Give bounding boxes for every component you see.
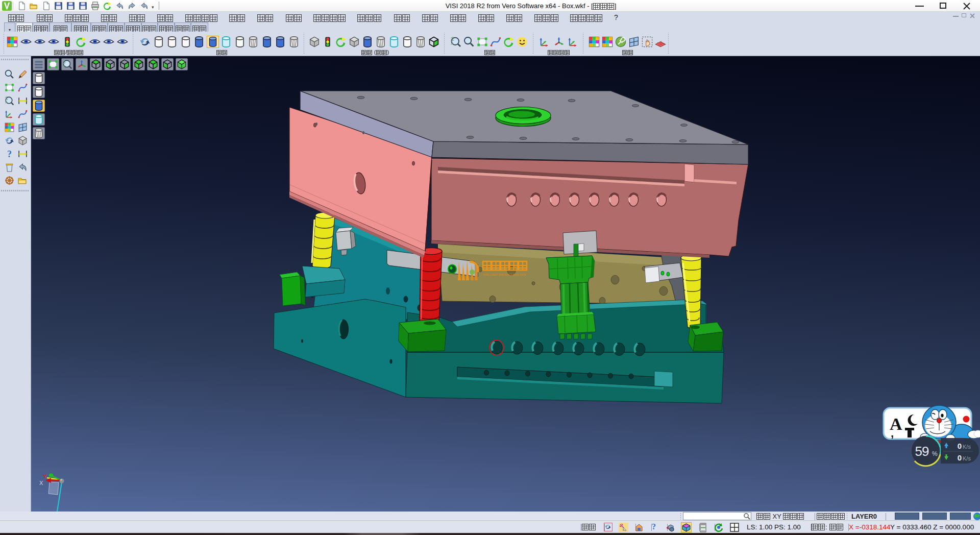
- svg-text:0: 0: [958, 453, 962, 462]
- svg-text:X: X: [39, 480, 43, 486]
- svg-text:K/s: K/s: [963, 455, 971, 461]
- svg-text:INTELLIGENT MANUFACTURING DATA: INTELLIGENT MANUFACTURING DATA: [483, 273, 526, 276]
- svg-text:,: ,: [891, 427, 894, 440]
- svg-text:K/s: K/s: [963, 444, 971, 450]
- svg-text:0: 0: [958, 442, 962, 450]
- svg-text:%: %: [932, 450, 938, 457]
- svg-text:Y: Y: [43, 473, 47, 479]
- svg-text:59: 59: [915, 444, 929, 459]
